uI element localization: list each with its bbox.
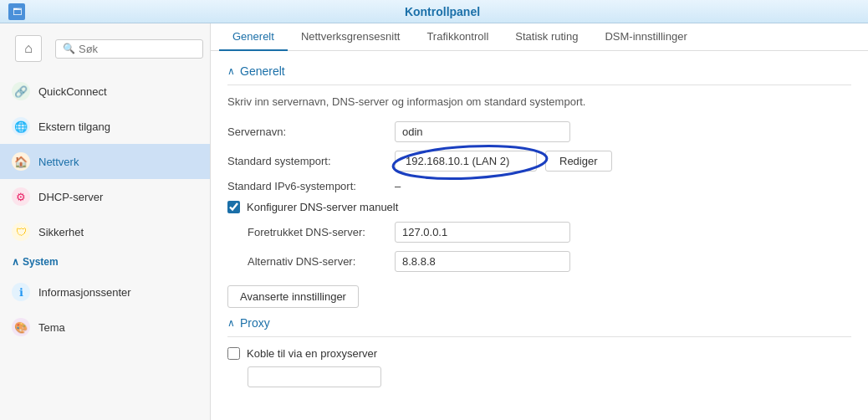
sikkerhet-icon: 🛡 <box>12 223 30 241</box>
sidebar-label-info: Informasjonssenter <box>38 286 131 299</box>
top-bar: 🗔 Kontrollpanel <box>0 0 868 23</box>
systemport-row: Standard systemport: 192.168.10.1 (LAN 2… <box>227 151 851 172</box>
sidebar-item-info[interactable]: ℹ Informasjonssenter <box>0 274 210 310</box>
proxy-checkbox-row: Koble til via en proxyserver <box>227 347 851 360</box>
search-box: 🔍 <box>55 39 203 59</box>
tab-generelt[interactable]: Generelt <box>219 23 288 51</box>
foretrukket-dns-row: Foretrukket DNS-server: <box>248 222 851 243</box>
sidebar-item-tema[interactable]: 🎨 Tema <box>0 310 210 345</box>
extern-icon: 🌐 <box>12 117 30 136</box>
info-icon: ℹ <box>12 283 30 301</box>
sidebar-label-tema: Tema <box>38 321 65 334</box>
sidebar: ⌂ 🔍 🔗 QuickConnect 🌐 Ekstern tilgang 🏠 N… <box>0 23 211 420</box>
generelt-section-header: ∧ Generelt <box>227 64 851 85</box>
ipv6-label: Standard IPv6-systemport: <box>227 180 395 192</box>
systemport-label: Standard systemport: <box>227 155 395 167</box>
sidebar-label-nettverk: Nettverk <box>38 156 79 168</box>
alternativ-dns-row: Alternativ DNS-server: <box>248 251 851 272</box>
generelt-title: Generelt <box>240 64 285 78</box>
proxy-section-header: ∧ Proxy <box>227 316 851 337</box>
tab-statisk-ruting[interactable]: Statisk ruting <box>502 23 591 51</box>
proxy-title: Proxy <box>240 316 270 330</box>
dhcp-icon: ⚙ <box>12 187 30 206</box>
foretrukket-dns-input[interactable] <box>395 222 570 243</box>
servernavn-row: Servernavn: <box>227 121 851 142</box>
alternativ-dns-label: Alternativ DNS-server: <box>248 255 395 268</box>
sidebar-item-dhcp[interactable]: ⚙ DHCP-server <box>0 179 210 214</box>
nettverk-icon: 🏠 <box>12 152 30 171</box>
ipv6-row: Standard IPv6-systemport: – <box>227 180 851 192</box>
tab-bar: Generelt Nettverksgrensesnitt Trafikkont… <box>211 23 868 51</box>
systemport-display: 192.168.10.1 (LAN 2) <box>395 151 537 172</box>
avanserte-button[interactable]: Avanserte innstillinger <box>227 285 359 308</box>
quickconnect-icon: 🔗 <box>12 82 30 100</box>
proxy-server-input[interactable] <box>248 366 381 387</box>
systemport-value: 192.168.10.1 (LAN 2) <box>395 151 537 172</box>
proxy-section: ∧ Proxy Koble til via en proxyserver <box>227 316 851 387</box>
alternativ-dns-input[interactable] <box>395 251 570 272</box>
sidebar-label-quickconnect: QuickConnect <box>38 85 107 98</box>
main-layout: ⌂ 🔍 🔗 QuickConnect 🌐 Ekstern tilgang 🏠 N… <box>0 23 868 420</box>
dns-checkbox-row: Konfigurer DNS-server manuelt <box>227 201 851 213</box>
dns-checkbox-label: Konfigurer DNS-server manuelt <box>247 201 398 213</box>
ipv6-value: – <box>395 180 401 192</box>
sidebar-label-sikkerhet: Sikkerhet <box>38 226 84 238</box>
chevron-down-icon: ∧ <box>12 256 19 268</box>
generelt-chevron-icon: ∧ <box>227 65 235 77</box>
tab-trafikkontroll[interactable]: Trafikkontroll <box>413 23 502 51</box>
sidebar-label-ekstern: Ekstern tilgang <box>38 120 110 133</box>
home-button[interactable]: ⌂ <box>15 35 42 62</box>
system-section-header: ∧ System <box>0 249 210 274</box>
app-icon: 🗔 <box>8 3 25 20</box>
servernavn-input[interactable] <box>395 121 570 142</box>
generelt-description: Skriv inn servernavn, DNS-server og info… <box>227 95 851 108</box>
search-icon: 🔍 <box>63 43 75 54</box>
avanserte-row: Avanserte innstillinger <box>227 280 851 308</box>
tab-nettverksgrensesnitt[interactable]: Nettverksgrensesnitt <box>288 23 414 51</box>
sidebar-item-quickconnect[interactable]: 🔗 QuickConnect <box>0 74 210 109</box>
sidebar-label-dhcp: DHCP-server <box>38 191 103 203</box>
search-input[interactable] <box>79 43 196 55</box>
sidebar-item-nettverk[interactable]: 🏠 Nettverk <box>0 144 210 179</box>
app-title: Kontrollpanel <box>25 5 860 18</box>
foretrukket-dns-label: Foretrukket DNS-server: <box>248 226 395 238</box>
sidebar-item-ekstern[interactable]: 🌐 Ekstern tilgang <box>0 109 210 144</box>
tema-icon: 🎨 <box>12 318 30 336</box>
proxy-checkbox[interactable] <box>227 347 240 360</box>
proxy-checkbox-label: Koble til via en proxyserver <box>247 347 377 360</box>
servernavn-label: Servernavn: <box>227 125 395 138</box>
dns-checkbox[interactable] <box>227 201 240 213</box>
rediger-button[interactable]: Rediger <box>545 151 612 172</box>
proxy-input-row <box>248 366 851 387</box>
sidebar-item-sikkerhet[interactable]: 🛡 Sikkerhet <box>0 214 210 249</box>
proxy-chevron-icon: ∧ <box>227 317 235 329</box>
panel-content: ∧ Generelt Skriv inn servernavn, DNS-ser… <box>211 51 868 401</box>
tab-dsm-innstillinger[interactable]: DSM-innstillinger <box>591 23 700 51</box>
content-area: Generelt Nettverksgrensesnitt Trafikkont… <box>211 23 868 420</box>
